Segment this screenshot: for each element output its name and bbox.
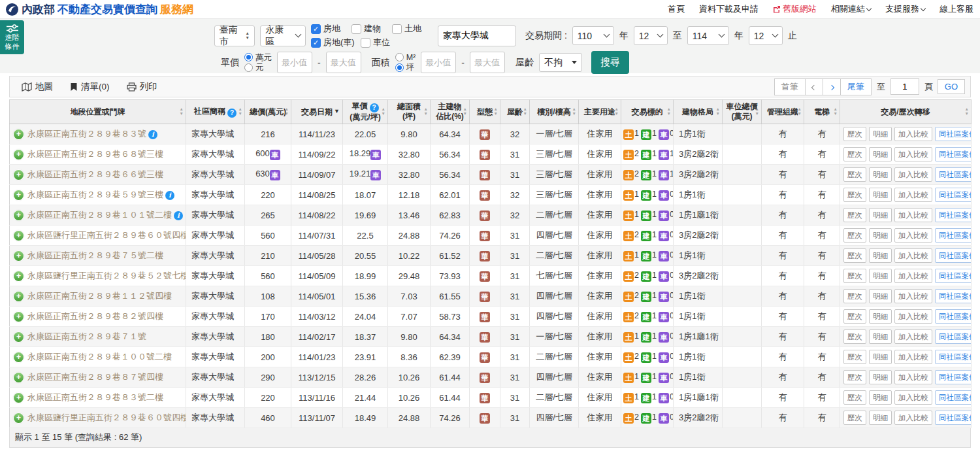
community-cases-button[interactable]: 同社區案例	[935, 228, 972, 243]
compare-button[interactable]: 加入比較	[894, 370, 932, 384]
community-cases-button[interactable]: 同社區案例	[935, 248, 972, 263]
history-button[interactable]: 歷次	[843, 127, 866, 141]
community-cases-button[interactable]: 同社區案例	[935, 127, 972, 141]
history-button[interactable]: 歷次	[843, 329, 866, 344]
expand-icon[interactable]: +	[14, 150, 24, 160]
column-header[interactable]: 主要用途▲▼	[579, 100, 621, 124]
community-cases-button[interactable]: 同社區案例	[935, 147, 972, 161]
detail-button[interactable]: 明細	[869, 370, 892, 384]
radio-icon[interactable]	[395, 53, 404, 61]
compare-button[interactable]: 加入比較	[894, 289, 932, 303]
sort-icon[interactable]: ▲▼	[965, 107, 969, 116]
expand-icon[interactable]: +	[14, 190, 24, 200]
community-cases-button[interactable]: 同社區案例	[935, 269, 972, 283]
history-button[interactable]: 歷次	[843, 167, 866, 182]
radio-ping[interactable]: 坪	[395, 63, 416, 72]
from-year-select[interactable]: 110	[572, 26, 614, 45]
expand-icon[interactable]: +	[14, 312, 24, 322]
radio-yuan[interactable]: 元	[244, 63, 272, 72]
history-button[interactable]: 歷次	[843, 309, 866, 324]
sort-icon[interactable]: ▲▼	[463, 107, 467, 116]
address-link[interactable]: 永康區正南五街２８９巷５９號三樓	[27, 190, 163, 199]
community-cases-button[interactable]: 同社區案例	[935, 188, 972, 202]
detail-button[interactable]: 明細	[869, 390, 892, 405]
column-header[interactable]: 電梯▲▼	[804, 100, 840, 124]
detail-button[interactable]: 明細	[869, 289, 892, 303]
district-select[interactable]: 永康區	[260, 25, 306, 46]
address-link[interactable]: 永康區鹽行里正南五街２８９巷５２號七樓	[27, 271, 186, 280]
expand-icon[interactable]: +	[14, 170, 24, 180]
from-month-select[interactable]: 12	[634, 26, 668, 45]
first-page-button[interactable]: 首筆	[774, 78, 806, 95]
sort-icon[interactable]: ▲▼	[523, 107, 527, 116]
history-button[interactable]: 歷次	[843, 208, 866, 222]
nav-related-links[interactable]: 相關連結	[831, 3, 871, 15]
history-button[interactable]: 歷次	[843, 289, 866, 303]
checkbox-icon[interactable]	[351, 24, 361, 34]
checkbox-icon[interactable]	[311, 38, 321, 48]
column-header[interactable]: 車位總價(萬元)▲▼	[723, 100, 762, 124]
sort-icon[interactable]: ▲▼	[424, 107, 428, 116]
column-header[interactable]: 建物格局▲▼	[674, 100, 723, 124]
checkbox-icon[interactable]	[392, 24, 402, 34]
compare-button[interactable]: 加入比較	[894, 269, 932, 283]
info-icon[interactable]: i	[174, 211, 183, 220]
address-link[interactable]: 永康區正南五街２８９巷７５號二樓	[27, 250, 163, 260]
sort-icon[interactable]: ▲▼	[382, 107, 385, 116]
detail-button[interactable]: 明細	[869, 228, 892, 243]
expand-icon[interactable]: +	[14, 352, 24, 362]
community-cases-button[interactable]: 同社區案例	[935, 370, 972, 384]
sort-icon[interactable]: ▲▼	[667, 107, 671, 116]
detail-button[interactable]: 明細	[869, 127, 892, 141]
checkbox-house-land[interactable]: 房地	[311, 23, 351, 35]
sort-desc-icon[interactable]: ▼	[334, 108, 340, 115]
column-header[interactable]: 交易日期▼	[291, 100, 343, 124]
history-button[interactable]: 歷次	[843, 370, 866, 384]
advanced-filter-tab[interactable]: 進階 條件	[0, 20, 24, 54]
column-header[interactable]: 單價?(萬元/坪)▲▼	[343, 100, 388, 124]
expand-icon[interactable]: +	[14, 231, 24, 241]
checkbox-house-land-car[interactable]: 房地(車)	[311, 37, 361, 48]
nav-support[interactable]: 支援服務	[885, 3, 925, 15]
compare-button[interactable]: 加入比較	[894, 248, 932, 263]
history-button[interactable]: 歷次	[843, 147, 866, 161]
detail-button[interactable]: 明細	[869, 167, 892, 182]
detail-button[interactable]: 明細	[869, 350, 892, 364]
keyword-input[interactable]	[438, 25, 516, 46]
compare-button[interactable]: 加入比較	[894, 350, 932, 364]
expand-icon[interactable]: +	[14, 292, 24, 301]
community-cases-button[interactable]: 同社區案例	[935, 350, 972, 364]
address-link[interactable]: 永康區鹽行里正南五街２８９巷６０號四樓	[27, 230, 186, 240]
compare-button[interactable]: 加入比較	[894, 309, 932, 324]
help-icon[interactable]: ?	[370, 103, 379, 112]
address-link[interactable]: 永康區正南五街２８９巷７１號	[27, 331, 146, 341]
address-link[interactable]: 永康區正南五街２８９巷８７號四樓	[27, 372, 163, 382]
detail-button[interactable]: 明細	[869, 147, 892, 161]
expand-icon[interactable]: +	[14, 211, 24, 220]
sort-icon[interactable]: ▲▼	[238, 107, 242, 116]
community-cases-button[interactable]: 同社區案例	[935, 289, 972, 303]
checkbox-icon[interactable]	[361, 38, 370, 48]
detail-button[interactable]: 明細	[869, 329, 892, 344]
sort-icon[interactable]: ▲▼	[798, 107, 802, 116]
history-button[interactable]: 歷次	[843, 188, 866, 202]
area-min-input[interactable]	[421, 52, 456, 73]
address-link[interactable]: 永康區正南五街２８９巷１０１號二樓	[27, 210, 172, 220]
column-header[interactable]: 管理組織▲▼	[762, 100, 804, 124]
detail-button[interactable]: 明細	[869, 208, 892, 222]
compare-button[interactable]: 加入比較	[894, 329, 932, 344]
detail-button[interactable]: 明細	[869, 309, 892, 324]
nav-old-site[interactable]: 舊版網站	[773, 3, 817, 15]
address-link[interactable]: 永康區正南五街２８９巷８２號四樓	[27, 311, 163, 321]
detail-button[interactable]: 明細	[869, 411, 892, 425]
expand-icon[interactable]: +	[14, 271, 24, 281]
sort-icon[interactable]: ▲▼	[572, 107, 576, 116]
column-header[interactable]: 總價(萬元)▲▼	[245, 100, 291, 124]
city-select[interactable]: 臺南市 ▲▼	[214, 25, 255, 46]
sort-icon[interactable]: ▲▼	[755, 107, 759, 116]
compare-button[interactable]: 加入比較	[894, 127, 932, 141]
column-header[interactable]: 社區簡稱?▲▼	[186, 100, 245, 124]
expand-icon[interactable]: +	[14, 332, 24, 342]
detail-button[interactable]: 明細	[869, 188, 892, 202]
compare-button[interactable]: 加入比較	[894, 411, 932, 425]
